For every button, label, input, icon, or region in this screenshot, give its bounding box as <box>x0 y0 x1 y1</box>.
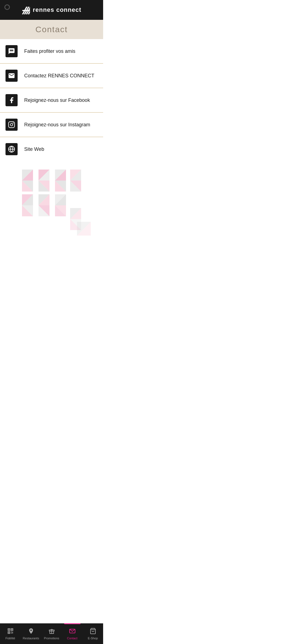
mail-icon <box>6 70 18 82</box>
menu-item-website[interactable]: Site Web <box>0 137 103 161</box>
menu-label-facebook: Rejoignez-nous sur Facebook <box>24 97 90 103</box>
svg-text:ᚏ: ᚏ <box>22 5 30 15</box>
menu-item-share[interactable]: Faites profiter vos amis <box>0 39 103 64</box>
menu-label-website: Site Web <box>24 146 44 152</box>
notification-dot <box>4 4 10 10</box>
decorative-pattern <box>0 161 103 255</box>
menu-label-instagram: Rejoignez-nous sur Instagram <box>24 122 90 128</box>
menu-item-contact[interactable]: Contactez RENNES CONNECT <box>0 64 103 88</box>
menu-label-contact: Contactez RENNES CONNECT <box>24 73 94 79</box>
chat-icon <box>6 45 18 57</box>
svg-point-2 <box>10 124 13 126</box>
page-title: Contact <box>6 25 98 34</box>
logo: ᚏ rennes connect <box>22 5 81 15</box>
menu-label-share: Faites profiter vos amis <box>24 48 75 54</box>
instagram-icon <box>6 119 18 131</box>
logo-icon: ᚏ <box>22 5 30 15</box>
logo-text: rennes connect <box>33 6 81 13</box>
globe-icon <box>6 143 18 155</box>
app-header: ᚏ rennes connect <box>0 0 103 20</box>
svg-rect-1 <box>9 122 15 128</box>
page-title-bar: Contact <box>0 20 103 39</box>
facebook-icon <box>6 94 18 106</box>
menu-item-facebook[interactable]: Rejoignez-nous sur Facebook <box>0 88 103 113</box>
svg-point-3 <box>13 122 13 123</box>
menu-list: Faites profiter vos amis Contactez RENNE… <box>0 39 103 161</box>
menu-item-instagram[interactable]: Rejoignez-nous sur Instagram <box>0 113 103 137</box>
